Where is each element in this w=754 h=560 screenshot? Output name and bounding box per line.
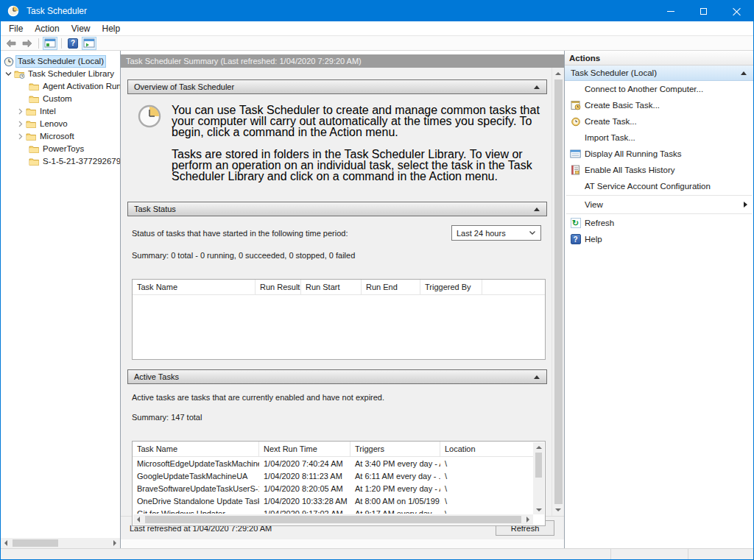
action-label: Display All Running Tasks bbox=[585, 149, 681, 158]
collapse-icon[interactable] bbox=[534, 375, 540, 379]
table-horizontal-scrollbar[interactable] bbox=[133, 514, 533, 525]
collapse-icon[interactable] bbox=[534, 85, 540, 89]
back-button[interactable] bbox=[4, 37, 18, 50]
scroll-up-arrow[interactable] bbox=[553, 69, 563, 78]
scrollbar-thumb[interactable] bbox=[145, 516, 521, 523]
tree-item-label: PowerToys bbox=[41, 143, 85, 155]
tree-item-sid-folder[interactable]: S-1-5-21-3772926790- bbox=[1, 155, 120, 168]
action-refresh[interactable]: ↻ Refresh bbox=[565, 215, 753, 231]
show-action-pane-button[interactable] bbox=[82, 37, 96, 50]
tree-item-label: Intel bbox=[38, 106, 57, 117]
active-tasks-section-header[interactable]: Active Tasks bbox=[127, 369, 547, 384]
column-header-next-run-time[interactable]: Next Run Time bbox=[259, 442, 350, 456]
menu-file[interactable]: File bbox=[3, 22, 29, 35]
menu-action[interactable]: Action bbox=[29, 22, 65, 35]
chevron-collapsed-icon[interactable] bbox=[14, 108, 26, 115]
overview-clock-icon bbox=[138, 104, 161, 128]
actions-group-label: Task Scheduler (Local) bbox=[571, 68, 657, 77]
minimize-icon bbox=[667, 11, 674, 12]
action-create-task[interactable]: Create Task... bbox=[565, 113, 753, 130]
task-scheduler-app-icon bbox=[7, 5, 19, 17]
active-tasks-table: Task Name Next Run Time Triggers Locatio… bbox=[132, 441, 546, 526]
action-import-task[interactable]: Import Task... bbox=[565, 130, 753, 146]
action-enable-history[interactable]: Enable All Tasks History bbox=[565, 162, 753, 178]
column-header-run-end[interactable]: Run End bbox=[362, 280, 420, 294]
status-segment bbox=[610, 549, 688, 559]
tree-item-task-scheduler-library[interactable]: Task Scheduler Library bbox=[1, 68, 120, 80]
tree-item-powertoys[interactable]: PowerToys bbox=[1, 143, 120, 155]
folder-icon bbox=[26, 107, 38, 116]
overview-paragraph-1: You can use Task Scheduler to create and… bbox=[172, 104, 540, 138]
action-display-running-tasks[interactable]: Display All Running Tasks bbox=[565, 146, 753, 162]
column-header-triggered-by[interactable]: Triggered By bbox=[420, 280, 482, 294]
scroll-down-arrow[interactable] bbox=[534, 506, 544, 514]
toolbar: ? bbox=[1, 35, 753, 51]
triggers: At 3:40 PM every day - A... bbox=[350, 459, 440, 468]
column-header-location[interactable]: Location bbox=[440, 442, 533, 456]
scroll-right-arrow[interactable] bbox=[523, 514, 533, 525]
help-toolbar-button[interactable]: ? bbox=[66, 37, 80, 50]
collapse-icon[interactable] bbox=[741, 71, 747, 75]
chevron-collapsed-icon[interactable] bbox=[14, 133, 26, 140]
task-name: BraveSoftwareUpdateTaskUserS-1-... bbox=[133, 484, 259, 493]
close-button[interactable] bbox=[720, 1, 753, 21]
show-console-tree-button[interactable] bbox=[43, 37, 57, 50]
collapse-icon[interactable] bbox=[534, 208, 540, 211]
action-create-basic-task[interactable]: Create Basic Task... bbox=[565, 97, 753, 113]
scrollbar-thumb[interactable] bbox=[535, 453, 542, 478]
tree-item-intel[interactable]: Intel bbox=[1, 105, 120, 118]
action-label: Help bbox=[585, 235, 602, 244]
column-header-run-result[interactable]: Run Result bbox=[256, 280, 301, 294]
action-connect-computer[interactable]: Connect to Another Computer... bbox=[565, 81, 753, 97]
overview-section-header[interactable]: Overview of Task Scheduler bbox=[127, 79, 547, 94]
chevron-collapsed-icon[interactable] bbox=[14, 121, 26, 127]
time-period-dropdown[interactable]: Last 24 hours bbox=[451, 225, 541, 241]
action-at-service-config[interactable]: AT Service Account Configuration bbox=[565, 178, 753, 194]
folder-icon bbox=[29, 82, 41, 91]
task-name: GoogleUpdateTaskMachineUA bbox=[133, 472, 259, 481]
minimize-button[interactable] bbox=[654, 1, 687, 21]
active-task-row[interactable]: Git for Windows Updater 1/04/2020 9:17:0… bbox=[133, 507, 533, 514]
action-view[interactable]: View bbox=[565, 196, 753, 213]
tree-horizontal-scrollbar[interactable] bbox=[1, 538, 120, 548]
column-header-triggers[interactable]: Triggers bbox=[350, 442, 440, 456]
forward-button[interactable] bbox=[20, 37, 35, 50]
tree-item-task-scheduler-local[interactable]: Task Scheduler (Local) bbox=[1, 55, 120, 68]
next-run-time: 1/04/2020 9:17:02 AM bbox=[259, 509, 350, 514]
scroll-down-arrow[interactable] bbox=[553, 506, 563, 514]
active-task-row[interactable]: MicrosoftEdgeUpdateTaskMachine... 1/04/2… bbox=[133, 457, 533, 469]
tree-item-agent-activation-runtime[interactable]: Agent Activation Runt bbox=[1, 80, 120, 93]
tree-item-custom[interactable]: Custom bbox=[1, 93, 120, 105]
table-vertical-scrollbar[interactable] bbox=[533, 442, 544, 514]
actions-group-header[interactable]: Task Scheduler (Local) bbox=[565, 65, 753, 81]
menu-help[interactable]: Help bbox=[96, 22, 127, 35]
chevron-expanded-icon[interactable] bbox=[2, 71, 14, 77]
scroll-left-arrow[interactable] bbox=[1, 538, 11, 548]
scrollbar-thumb[interactable] bbox=[554, 79, 563, 504]
submenu-arrow-icon bbox=[744, 202, 747, 208]
scroll-left-arrow[interactable] bbox=[133, 514, 144, 525]
tree-item-label: Lenovo bbox=[38, 118, 69, 130]
menu-view[interactable]: View bbox=[66, 22, 96, 35]
action-label: Import Task... bbox=[585, 133, 635, 142]
summary-vertical-scrollbar[interactable] bbox=[552, 68, 564, 516]
column-header-run-start[interactable]: Run Start bbox=[301, 280, 362, 294]
column-header-task-name[interactable]: Task Name bbox=[133, 442, 259, 456]
scroll-up-arrow[interactable] bbox=[534, 443, 544, 451]
active-task-row[interactable]: BraveSoftwareUpdateTaskUserS-1-... 1/04/… bbox=[133, 482, 533, 495]
location: \ bbox=[440, 509, 499, 514]
action-help[interactable]: ? Help bbox=[565, 231, 753, 247]
active-task-row[interactable]: OneDrive Standalone Update Task-... 1/04… bbox=[133, 495, 533, 507]
triggers: At 6:11 AM every day - ... bbox=[350, 472, 440, 481]
maximize-button[interactable] bbox=[687, 1, 720, 21]
active-task-row[interactable]: GoogleUpdateTaskMachineUA 1/04/2020 8:11… bbox=[133, 469, 533, 482]
actions-separator bbox=[566, 195, 752, 196]
toolbar-separator bbox=[61, 38, 62, 49]
task-status-section-header[interactable]: Task Status bbox=[127, 202, 547, 216]
column-header-task-name[interactable]: Task Name bbox=[133, 280, 256, 294]
tree-item-microsoft[interactable]: Microsoft bbox=[1, 130, 120, 143]
scrollbar-thumb[interactable] bbox=[13, 539, 58, 547]
scroll-right-arrow[interactable] bbox=[110, 538, 120, 548]
tree-item-lenovo[interactable]: Lenovo bbox=[1, 118, 120, 130]
actions-separator bbox=[566, 213, 752, 214]
